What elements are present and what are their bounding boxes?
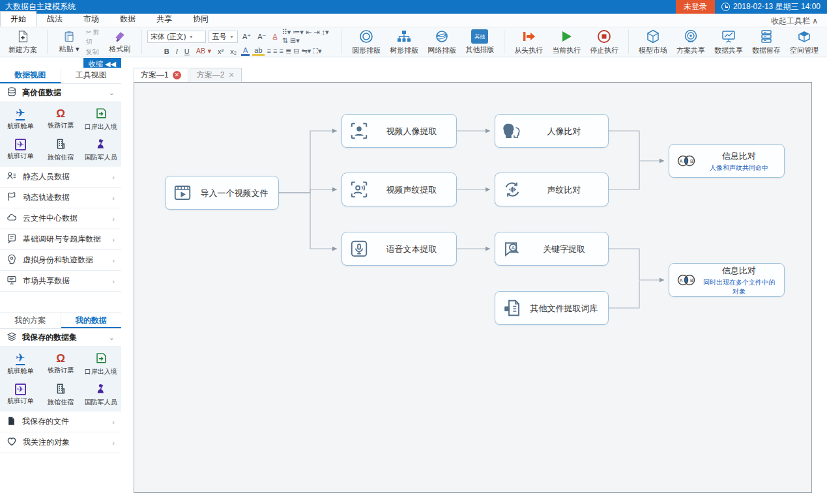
category-virtual-identity-data[interactable]: 虚拟身份和轨迹数据 › bbox=[0, 250, 121, 271]
ribbon-tab-share[interactable]: 共享 bbox=[146, 11, 182, 27]
node-info-compare-2[interactable]: A B 信息比对 同时出现在多个文件中的对象 bbox=[669, 263, 785, 297]
play-icon bbox=[559, 29, 574, 44]
font-family-select[interactable]: 宋体 (正文) ▾ bbox=[147, 31, 207, 43]
flow-canvas[interactable]: 导入一个视频文件 视频人像提取 视频声纹提取 语音文本提取 人像 bbox=[134, 82, 812, 493]
venn-diagram-icon: A B bbox=[669, 151, 703, 171]
file-icon bbox=[7, 416, 16, 428]
node-import-video[interactable]: 导入一个视频文件 bbox=[165, 176, 279, 210]
video-file-icon bbox=[166, 183, 199, 203]
node-face-compare[interactable]: 人像比对 bbox=[495, 114, 609, 148]
data-item-hotel-stay[interactable]: 旅馆住宿 bbox=[42, 135, 80, 164]
format-painter-icon bbox=[113, 30, 126, 43]
svg-text:B: B bbox=[690, 159, 693, 163]
bold-button[interactable]: B bbox=[162, 48, 171, 55]
group-clipboard: 粘贴 ▾ ✂ 剪切 复制 格式刷 bbox=[49, 27, 140, 57]
saved-item-military-personnel[interactable]: 国防军人员 bbox=[81, 380, 120, 409]
circle-layout-button[interactable]: 圆形排版 bbox=[347, 28, 385, 57]
close-tab-icon[interactable]: ✕ bbox=[228, 71, 234, 79]
node-video-face-extract[interactable]: 视频人像提取 bbox=[341, 114, 457, 148]
category-research-thematic-data[interactable]: 基础调研与专题库数据 › bbox=[0, 229, 121, 250]
clear-format-button[interactable]: A̲ bbox=[270, 33, 279, 40]
paste-button[interactable]: 粘贴 ▾ bbox=[53, 28, 86, 57]
login-status-button[interactable]: 未登录 bbox=[676, 0, 715, 14]
ribbon-tab-data[interactable]: 数据 bbox=[109, 11, 146, 27]
category-static-person-data[interactable]: 静态人员数据 › bbox=[0, 167, 121, 188]
space-management-button[interactable]: 空间管理 bbox=[785, 28, 823, 57]
tab-my-plans[interactable]: 我的方案 bbox=[0, 313, 61, 328]
network-layout-button[interactable]: 网络排版 bbox=[423, 28, 461, 57]
strikethrough-button[interactable]: AB ▾ bbox=[194, 47, 213, 55]
data-item-flight-order[interactable]: ✈ 航班订单 bbox=[1, 135, 40, 164]
highlight-button[interactable]: ab bbox=[252, 46, 264, 56]
align-buttons[interactable]: ≡ ≡ ≡ ≣ ⊟ ⇋▾ ⛶▾ bbox=[267, 47, 322, 55]
node-speech-to-text[interactable]: 语音文本提取 bbox=[341, 232, 457, 266]
ribbon-tab-collab[interactable]: 协同 bbox=[182, 11, 219, 27]
run-current-button[interactable]: 当前执行 bbox=[547, 28, 585, 57]
tab-tool-view[interactable]: 工具视图 bbox=[61, 68, 122, 83]
data-item-border-entry[interactable]: 口岸出入境 bbox=[81, 105, 120, 133]
collapse-toolbar-button[interactable]: 收起工具栏 ∧ bbox=[771, 16, 827, 27]
superscript-button[interactable]: x² bbox=[216, 48, 225, 55]
italic-button[interactable]: I bbox=[174, 48, 180, 55]
tab-my-data[interactable]: 我的数据 bbox=[61, 313, 122, 328]
tab-data-view[interactable]: 数据视图 bbox=[0, 68, 61, 83]
ribbon-toolbar: 新建方案 粘贴 ▾ ✂ 剪切 复制 格式刷 bbox=[0, 27, 827, 57]
tree-layout-button[interactable]: 树形排版 bbox=[385, 28, 423, 57]
font-color-button[interactable]: A bbox=[241, 46, 250, 56]
data-item-rail-ticket[interactable]: Ω 铁路订票 bbox=[42, 105, 80, 133]
venn-diagram-icon: A B bbox=[669, 270, 703, 290]
sidebar-view-tabs: 数据视图 工具视图 bbox=[0, 68, 121, 84]
node-keyword-extract[interactable]: A 关键字提取 bbox=[495, 232, 609, 266]
my-followed-objects-row[interactable]: 我关注的对象 › bbox=[0, 432, 121, 453]
close-tab-icon[interactable]: ✕ bbox=[173, 71, 181, 79]
svg-text:A: A bbox=[512, 245, 515, 251]
node-voiceprint-compare[interactable]: 声纹比对 bbox=[495, 173, 609, 206]
font-size-select[interactable]: 五号 ▾ bbox=[209, 31, 238, 43]
data-item-flight-manifest[interactable]: ✈ 航班舱单 bbox=[1, 105, 40, 133]
format-painter-button[interactable]: 格式刷 bbox=[104, 28, 137, 57]
subscript-button[interactable]: x₂ bbox=[228, 48, 239, 55]
ribbon-tab-tactics[interactable]: 战法 bbox=[36, 11, 73, 27]
node-other-files-lexicon[interactable]: 其他文件提取词库 bbox=[495, 291, 609, 325]
node-info-compare-1[interactable]: A B 信息比对 人像和声纹共同命中 bbox=[669, 144, 785, 178]
document-lines-icon bbox=[7, 233, 17, 245]
data-retention-button[interactable]: 数据留存 bbox=[747, 28, 785, 57]
run-from-start-button[interactable]: 从头执行 bbox=[510, 28, 547, 57]
data-share-button[interactable]: 数据共享 bbox=[710, 28, 747, 57]
new-plan-button[interactable]: 新建方案 bbox=[4, 28, 42, 57]
category-market-shared-data[interactable]: 市场共享数据 › bbox=[0, 271, 121, 292]
section-high-value-data[interactable]: 高价值数据 ⌄ bbox=[0, 84, 121, 102]
node-video-voiceprint-extract[interactable]: 视频声纹提取 bbox=[341, 173, 457, 206]
clock-icon bbox=[721, 3, 730, 11]
ribbon-tab-start[interactable]: 开始 bbox=[0, 11, 36, 27]
category-cloud-file-data[interactable]: 云文件中心数据 › bbox=[0, 208, 121, 229]
other-layout-button[interactable]: 其他 其他排版 bbox=[461, 28, 499, 57]
grow-font-button[interactable]: A⁺ bbox=[240, 33, 253, 41]
saved-item-flight-order[interactable]: ✈ 航班订单 bbox=[1, 380, 40, 409]
category-dynamic-trajectory-data[interactable]: 动态轨迹数据 › bbox=[0, 188, 121, 208]
my-saved-files-row[interactable]: 我保存的文件 › bbox=[0, 412, 121, 432]
stop-button[interactable]: 停止执行 bbox=[585, 28, 623, 57]
data-item-military-personnel[interactable]: 国防军人员 bbox=[81, 135, 120, 164]
saved-item-rail-ticket[interactable]: Ω 铁路订票 bbox=[42, 350, 80, 378]
saved-item-border-entry[interactable]: 口岸出入境 bbox=[81, 350, 120, 378]
shrink-font-button[interactable]: A⁻ bbox=[255, 33, 268, 41]
plan-tab-1[interactable]: 方案—1 ✕ bbox=[134, 68, 188, 82]
space-management-label: 空间管理 bbox=[790, 46, 819, 55]
saved-item-flight-manifest[interactable]: ✈ 航班舱单 bbox=[1, 350, 40, 378]
saved-item-hotel-stay[interactable]: 旅馆住宿 bbox=[42, 380, 80, 409]
list-indent-buttons[interactable]: ⠿▾ ≔▾ ⇤ ⇥ ↕▾ ⇅ ⊞▾ bbox=[282, 28, 337, 45]
monitor-icon bbox=[7, 275, 17, 287]
model-market-button[interactable]: 模型市场 bbox=[634, 28, 672, 57]
sidebar-gap bbox=[0, 292, 121, 313]
plan-tab-2[interactable]: 方案—2 ✕ bbox=[190, 68, 242, 82]
copy-button[interactable]: 复制 bbox=[85, 48, 103, 57]
ribbon-tab-market[interactable]: 市场 bbox=[73, 11, 109, 27]
cut-button[interactable]: ✂ 剪切 bbox=[85, 28, 103, 46]
ribbon-tab-bar: 开始 战法 市场 数据 共享 协同 收起工具栏 ∧ bbox=[0, 14, 827, 27]
section-saved-datasets[interactable]: 我保存的数据集 ⌄ bbox=[0, 329, 121, 347]
underline-button[interactable]: U bbox=[182, 48, 192, 55]
new-plan-label: 新建方案 bbox=[8, 45, 37, 55]
tree-layout-icon bbox=[396, 29, 412, 44]
plan-share-button[interactable]: 方案共享 bbox=[672, 28, 710, 57]
